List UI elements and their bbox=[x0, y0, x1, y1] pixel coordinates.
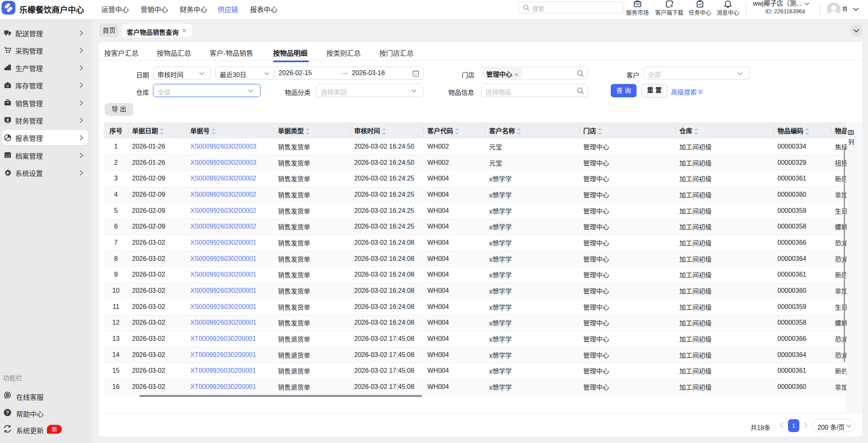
svg-text:?: ? bbox=[6, 409, 9, 415]
